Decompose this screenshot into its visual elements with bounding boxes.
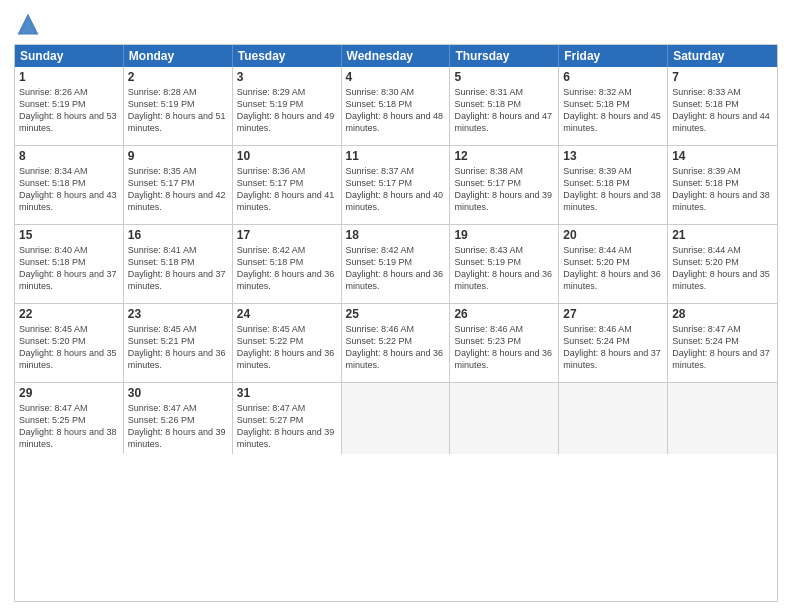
calendar-cell: 12 Sunrise: 8:38 AM Sunset: 5:17 PM Dayl… <box>450 146 559 224</box>
calendar-week-row: 8 Sunrise: 8:34 AM Sunset: 5:18 PM Dayli… <box>15 146 777 225</box>
calendar-page: SundayMondayTuesdayWednesdayThursdayFrid… <box>0 0 792 612</box>
calendar-cell: 24 Sunrise: 8:45 AM Sunset: 5:22 PM Dayl… <box>233 304 342 382</box>
day-number: 1 <box>19 70 119 84</box>
cell-info: Sunrise: 8:46 AM Sunset: 5:22 PM Dayligh… <box>346 323 446 372</box>
day-number: 6 <box>563 70 663 84</box>
calendar-grid: SundayMondayTuesdayWednesdayThursdayFrid… <box>14 44 778 602</box>
calendar-cell: 6 Sunrise: 8:32 AM Sunset: 5:18 PM Dayli… <box>559 67 668 145</box>
cell-info: Sunrise: 8:30 AM Sunset: 5:18 PM Dayligh… <box>346 86 446 135</box>
cell-info: Sunrise: 8:34 AM Sunset: 5:18 PM Dayligh… <box>19 165 119 214</box>
day-number: 7 <box>672 70 773 84</box>
cell-info: Sunrise: 8:44 AM Sunset: 5:20 PM Dayligh… <box>563 244 663 293</box>
calendar-cell <box>668 383 777 454</box>
day-number: 8 <box>19 149 119 163</box>
day-number: 31 <box>237 386 337 400</box>
calendar-cell: 27 Sunrise: 8:46 AM Sunset: 5:24 PM Dayl… <box>559 304 668 382</box>
page-header <box>14 10 778 38</box>
logo <box>14 10 46 38</box>
calendar-cell: 17 Sunrise: 8:42 AM Sunset: 5:18 PM Dayl… <box>233 225 342 303</box>
calendar-cell: 16 Sunrise: 8:41 AM Sunset: 5:18 PM Dayl… <box>124 225 233 303</box>
cell-info: Sunrise: 8:45 AM Sunset: 5:21 PM Dayligh… <box>128 323 228 372</box>
day-number: 27 <box>563 307 663 321</box>
calendar-week-row: 29 Sunrise: 8:47 AM Sunset: 5:25 PM Dayl… <box>15 383 777 454</box>
cell-info: Sunrise: 8:32 AM Sunset: 5:18 PM Dayligh… <box>563 86 663 135</box>
cell-info: Sunrise: 8:47 AM Sunset: 5:27 PM Dayligh… <box>237 402 337 451</box>
day-number: 20 <box>563 228 663 242</box>
day-number: 3 <box>237 70 337 84</box>
calendar-cell: 30 Sunrise: 8:47 AM Sunset: 5:26 PM Dayl… <box>124 383 233 454</box>
day-number: 5 <box>454 70 554 84</box>
cell-info: Sunrise: 8:40 AM Sunset: 5:18 PM Dayligh… <box>19 244 119 293</box>
calendar-cell: 28 Sunrise: 8:47 AM Sunset: 5:24 PM Dayl… <box>668 304 777 382</box>
day-number: 4 <box>346 70 446 84</box>
cell-info: Sunrise: 8:39 AM Sunset: 5:18 PM Dayligh… <box>672 165 773 214</box>
day-number: 28 <box>672 307 773 321</box>
calendar-cell: 4 Sunrise: 8:30 AM Sunset: 5:18 PM Dayli… <box>342 67 451 145</box>
day-number: 30 <box>128 386 228 400</box>
header-day: Tuesday <box>233 45 342 67</box>
calendar-cell: 31 Sunrise: 8:47 AM Sunset: 5:27 PM Dayl… <box>233 383 342 454</box>
day-number: 19 <box>454 228 554 242</box>
header-day: Monday <box>124 45 233 67</box>
header-day: Sunday <box>15 45 124 67</box>
cell-info: Sunrise: 8:44 AM Sunset: 5:20 PM Dayligh… <box>672 244 773 293</box>
day-number: 13 <box>563 149 663 163</box>
cell-info: Sunrise: 8:46 AM Sunset: 5:24 PM Dayligh… <box>563 323 663 372</box>
cell-info: Sunrise: 8:28 AM Sunset: 5:19 PM Dayligh… <box>128 86 228 135</box>
header-day: Thursday <box>450 45 559 67</box>
cell-info: Sunrise: 8:47 AM Sunset: 5:24 PM Dayligh… <box>672 323 773 372</box>
day-number: 14 <box>672 149 773 163</box>
cell-info: Sunrise: 8:42 AM Sunset: 5:19 PM Dayligh… <box>346 244 446 293</box>
logo-icon <box>14 10 42 38</box>
calendar-cell: 13 Sunrise: 8:39 AM Sunset: 5:18 PM Dayl… <box>559 146 668 224</box>
cell-info: Sunrise: 8:36 AM Sunset: 5:17 PM Dayligh… <box>237 165 337 214</box>
calendar-cell: 10 Sunrise: 8:36 AM Sunset: 5:17 PM Dayl… <box>233 146 342 224</box>
calendar-cell: 18 Sunrise: 8:42 AM Sunset: 5:19 PM Dayl… <box>342 225 451 303</box>
calendar-cell <box>450 383 559 454</box>
calendar-cell: 7 Sunrise: 8:33 AM Sunset: 5:18 PM Dayli… <box>668 67 777 145</box>
calendar-cell: 5 Sunrise: 8:31 AM Sunset: 5:18 PM Dayli… <box>450 67 559 145</box>
calendar-cell: 29 Sunrise: 8:47 AM Sunset: 5:25 PM Dayl… <box>15 383 124 454</box>
calendar-cell: 2 Sunrise: 8:28 AM Sunset: 5:19 PM Dayli… <box>124 67 233 145</box>
calendar-week-row: 22 Sunrise: 8:45 AM Sunset: 5:20 PM Dayl… <box>15 304 777 383</box>
calendar-cell: 9 Sunrise: 8:35 AM Sunset: 5:17 PM Dayli… <box>124 146 233 224</box>
cell-info: Sunrise: 8:39 AM Sunset: 5:18 PM Dayligh… <box>563 165 663 214</box>
day-number: 9 <box>128 149 228 163</box>
day-number: 15 <box>19 228 119 242</box>
day-number: 2 <box>128 70 228 84</box>
calendar-cell: 23 Sunrise: 8:45 AM Sunset: 5:21 PM Dayl… <box>124 304 233 382</box>
calendar-cell: 19 Sunrise: 8:43 AM Sunset: 5:19 PM Dayl… <box>450 225 559 303</box>
cell-info: Sunrise: 8:47 AM Sunset: 5:26 PM Dayligh… <box>128 402 228 451</box>
day-number: 26 <box>454 307 554 321</box>
calendar-week-row: 1 Sunrise: 8:26 AM Sunset: 5:19 PM Dayli… <box>15 67 777 146</box>
day-number: 25 <box>346 307 446 321</box>
calendar-cell: 8 Sunrise: 8:34 AM Sunset: 5:18 PM Dayli… <box>15 146 124 224</box>
calendar-header: SundayMondayTuesdayWednesdayThursdayFrid… <box>15 45 777 67</box>
header-day: Wednesday <box>342 45 451 67</box>
cell-info: Sunrise: 8:26 AM Sunset: 5:19 PM Dayligh… <box>19 86 119 135</box>
calendar-cell <box>559 383 668 454</box>
day-number: 10 <box>237 149 337 163</box>
cell-info: Sunrise: 8:33 AM Sunset: 5:18 PM Dayligh… <box>672 86 773 135</box>
cell-info: Sunrise: 8:41 AM Sunset: 5:18 PM Dayligh… <box>128 244 228 293</box>
day-number: 16 <box>128 228 228 242</box>
day-number: 18 <box>346 228 446 242</box>
cell-info: Sunrise: 8:31 AM Sunset: 5:18 PM Dayligh… <box>454 86 554 135</box>
cell-info: Sunrise: 8:35 AM Sunset: 5:17 PM Dayligh… <box>128 165 228 214</box>
header-day: Friday <box>559 45 668 67</box>
day-number: 11 <box>346 149 446 163</box>
cell-info: Sunrise: 8:42 AM Sunset: 5:18 PM Dayligh… <box>237 244 337 293</box>
cell-info: Sunrise: 8:47 AM Sunset: 5:25 PM Dayligh… <box>19 402 119 451</box>
calendar-cell: 26 Sunrise: 8:46 AM Sunset: 5:23 PM Dayl… <box>450 304 559 382</box>
day-number: 29 <box>19 386 119 400</box>
calendar-cell: 20 Sunrise: 8:44 AM Sunset: 5:20 PM Dayl… <box>559 225 668 303</box>
cell-info: Sunrise: 8:38 AM Sunset: 5:17 PM Dayligh… <box>454 165 554 214</box>
header-day: Saturday <box>668 45 777 67</box>
calendar-cell <box>342 383 451 454</box>
cell-info: Sunrise: 8:45 AM Sunset: 5:22 PM Dayligh… <box>237 323 337 372</box>
calendar-cell: 22 Sunrise: 8:45 AM Sunset: 5:20 PM Dayl… <box>15 304 124 382</box>
calendar-week-row: 15 Sunrise: 8:40 AM Sunset: 5:18 PM Dayl… <box>15 225 777 304</box>
day-number: 17 <box>237 228 337 242</box>
cell-info: Sunrise: 8:29 AM Sunset: 5:19 PM Dayligh… <box>237 86 337 135</box>
cell-info: Sunrise: 8:46 AM Sunset: 5:23 PM Dayligh… <box>454 323 554 372</box>
